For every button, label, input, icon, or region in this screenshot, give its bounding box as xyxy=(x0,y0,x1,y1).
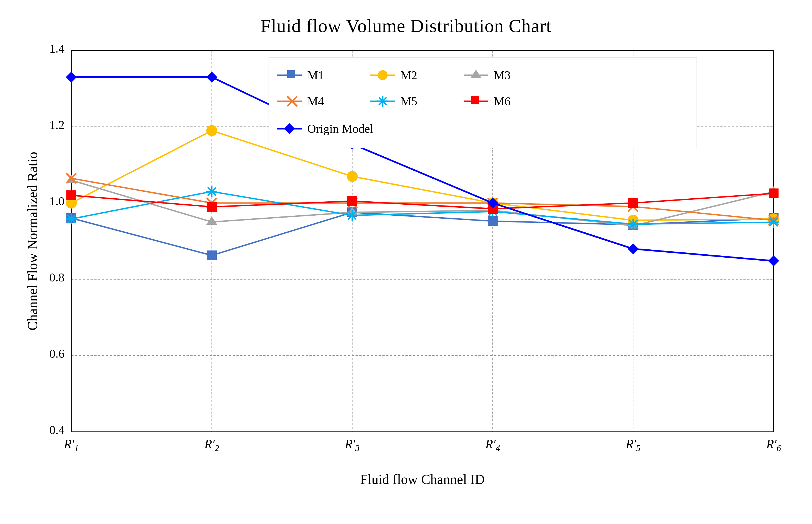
legend-m6-label: M6 xyxy=(494,95,511,108)
legend-origin-label: Origin Model xyxy=(307,122,374,135)
svg-text:R′4: R′4 xyxy=(485,437,500,453)
legend-m2-label: M2 xyxy=(400,69,417,82)
svg-text:0.6: 0.6 xyxy=(49,347,65,360)
marker-m1-4 xyxy=(488,216,498,226)
marker-m1-2 xyxy=(207,250,217,260)
legend-m2-marker xyxy=(378,70,387,80)
line-m6 xyxy=(71,193,774,209)
legend-m6-marker xyxy=(471,96,479,104)
x-axis-label: Fluid flow Channel ID xyxy=(360,472,485,487)
svg-text:0.8: 0.8 xyxy=(49,271,65,284)
marker-origin-6 xyxy=(768,256,779,266)
svg-text:R′2: R′2 xyxy=(204,437,219,453)
marker-m6-6 xyxy=(769,189,779,198)
legend-m3-label: M3 xyxy=(494,69,511,82)
chart-container: Fluid flow Volume Distribution Chart xyxy=(22,15,790,509)
svg-text:0.4: 0.4 xyxy=(49,423,65,437)
main-chart-svg: 1.4 1.2 1.0 0.8 0.6 0.4 R′1 R′2 R′3 R′4 … xyxy=(22,42,790,495)
marker-m2-3 xyxy=(347,171,358,182)
legend-m1-label: M1 xyxy=(307,69,324,82)
marker-m6-5 xyxy=(628,198,638,208)
chart-area: 1.4 1.2 1.0 0.8 0.6 0.4 R′1 R′2 R′3 R′4 … xyxy=(22,42,790,495)
svg-text:R′1: R′1 xyxy=(64,437,79,453)
marker-m2-2 xyxy=(206,125,217,136)
svg-text:Channel Flow Normalized Ratio: Channel Flow Normalized Ratio xyxy=(25,152,40,330)
svg-text:R′5: R′5 xyxy=(626,437,641,453)
marker-m6-1 xyxy=(66,191,76,200)
legend-m1-marker xyxy=(287,70,295,78)
svg-text:1.2: 1.2 xyxy=(49,118,65,132)
line-m1 xyxy=(71,212,774,256)
marker-origin-1 xyxy=(66,71,77,83)
legend-m5-label: M5 xyxy=(400,95,417,108)
svg-text:R′3: R′3 xyxy=(345,437,360,453)
marker-m6-3 xyxy=(347,196,357,206)
svg-text:1.0: 1.0 xyxy=(49,195,65,208)
marker-m6-2 xyxy=(207,202,217,212)
chart-title: Fluid flow Volume Distribution Chart xyxy=(22,15,790,37)
marker-origin-2 xyxy=(206,71,217,83)
marker-origin-5 xyxy=(628,243,639,254)
svg-text:R′6: R′6 xyxy=(766,437,781,453)
svg-text:1.4: 1.4 xyxy=(49,42,65,55)
legend-m4-label: M4 xyxy=(307,95,324,108)
